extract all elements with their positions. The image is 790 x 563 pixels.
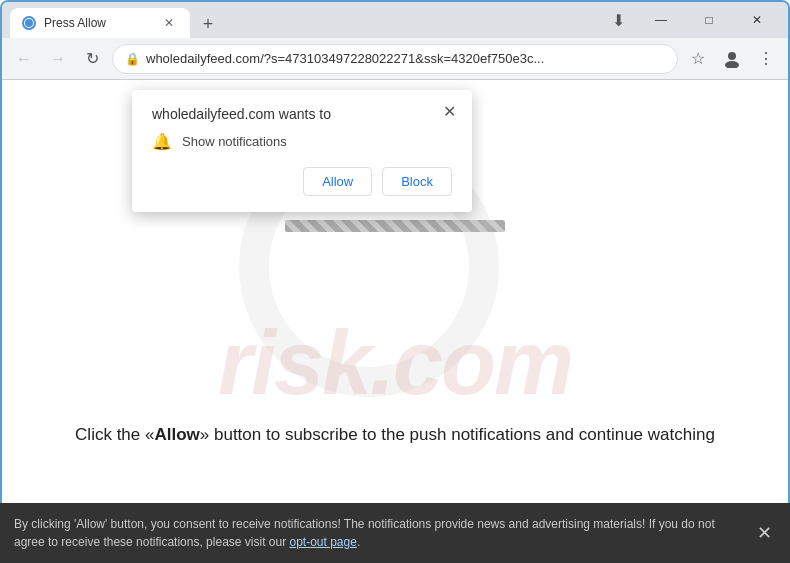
bottombar-text: By clicking 'Allow' button, you consent … — [14, 515, 743, 551]
new-tab-button[interactable]: + — [194, 10, 222, 38]
svg-point-0 — [25, 19, 33, 27]
allow-emphasis: Allow — [154, 425, 199, 444]
tab-favicon — [22, 16, 36, 30]
bottombar: By clicking 'Allow' button, you consent … — [0, 503, 790, 563]
minimize-button[interactable]: — — [638, 2, 684, 38]
popup-close-button[interactable]: ✕ — [438, 100, 460, 122]
opt-out-link[interactable]: opt-out page — [289, 535, 356, 549]
url-text: wholedailyfeed.com/?s=473103497228022271… — [146, 51, 665, 66]
block-button[interactable]: Block — [382, 167, 452, 196]
tab-area: Press Allow ✕ + — [10, 2, 598, 38]
download-icon[interactable]: ⬇ — [604, 6, 632, 34]
lock-icon: 🔒 — [125, 52, 140, 66]
tab-title: Press Allow — [44, 16, 152, 30]
account-icon[interactable] — [718, 45, 746, 73]
back-button[interactable]: ← — [10, 45, 38, 73]
progress-container — [285, 220, 505, 232]
progress-bar — [285, 220, 505, 232]
notification-popup: ✕ wholedailyfeed.com wants to 🔔 Show not… — [132, 90, 472, 212]
forward-button[interactable]: → — [44, 45, 72, 73]
popup-buttons: Allow Block — [152, 167, 452, 196]
tab-close-button[interactable]: ✕ — [160, 14, 178, 32]
main-instruction-text: Click the «Allow» button to subscribe to… — [2, 425, 788, 445]
popup-site-text: wholedailyfeed.com wants to — [152, 106, 452, 122]
page-content: risk.com ✕ wholedailyfeed.com wants to 🔔… — [2, 80, 788, 505]
maximize-button[interactable]: □ — [686, 2, 732, 38]
close-button[interactable]: ✕ — [734, 2, 780, 38]
watermark-text: risk.com — [218, 312, 572, 415]
bookmark-icon[interactable]: ☆ — [684, 45, 712, 73]
svg-point-1 — [728, 52, 736, 60]
reload-button[interactable]: ↻ — [78, 45, 106, 73]
menu-icon[interactable]: ⋮ — [752, 45, 780, 73]
popup-permission-row: 🔔 Show notifications — [152, 132, 452, 151]
titlebar: Press Allow ✕ + ⬇ — □ ✕ — [2, 2, 788, 38]
window-controls: — □ ✕ — [638, 2, 780, 38]
addressbar: ← → ↻ 🔒 wholedailyfeed.com/?s=4731034972… — [2, 38, 788, 80]
bottombar-message: By clicking 'Allow' button, you consent … — [14, 517, 715, 549]
active-tab[interactable]: Press Allow ✕ — [10, 8, 190, 38]
popup-permission-text: Show notifications — [182, 134, 287, 149]
bell-icon: 🔔 — [152, 132, 172, 151]
address-box[interactable]: 🔒 wholedailyfeed.com/?s=4731034972280222… — [112, 44, 678, 74]
allow-button[interactable]: Allow — [303, 167, 372, 196]
svg-point-2 — [725, 61, 739, 68]
bottombar-close-button[interactable]: ✕ — [753, 518, 776, 548]
